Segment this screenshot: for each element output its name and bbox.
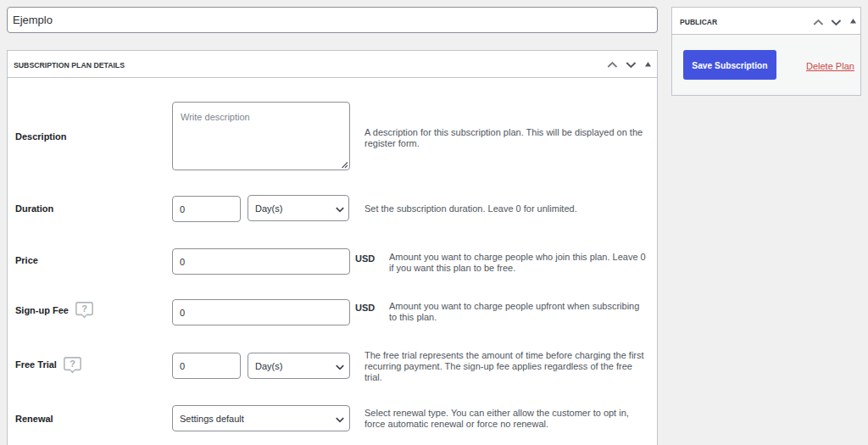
svg-text:?: ?: [81, 303, 87, 314]
svg-text:?: ?: [70, 359, 75, 369]
